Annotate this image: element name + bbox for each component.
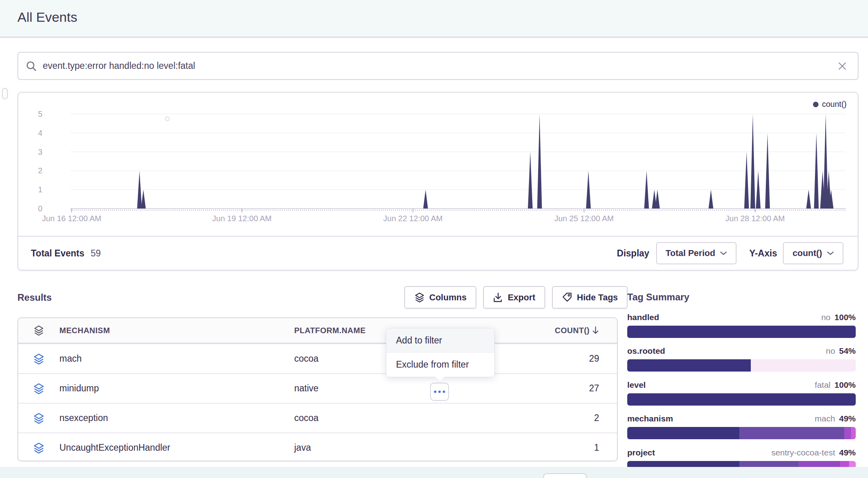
cell-platform[interactable]: cocoa xyxy=(294,353,318,364)
stacked-layers-icon xyxy=(18,383,59,395)
svg-text:5: 5 xyxy=(38,110,42,118)
cell-mechanism[interactable]: nsexception xyxy=(59,413,294,423)
tag-bar-segment xyxy=(627,359,751,372)
tag-entry-os-rooted: os.rooted no54% xyxy=(627,346,856,372)
yaxis-label: Y-Axis xyxy=(749,248,777,259)
svg-text:4: 4 xyxy=(38,129,42,137)
cell-actions-popover: Add to filter Exclude from filter xyxy=(386,328,495,377)
stacked-layers-icon xyxy=(18,353,59,365)
column-header-platform[interactable]: PLATFORM.NAME xyxy=(294,326,366,335)
cell-platform[interactable]: java xyxy=(294,442,311,453)
tag-label: mechanism xyxy=(627,414,673,423)
cell-count: 1 xyxy=(594,442,599,453)
tag-top-value: no xyxy=(826,346,835,355)
columns-button[interactable]: Columns xyxy=(404,286,476,309)
tag-top-pct: 100% xyxy=(834,313,856,322)
svg-text:1: 1 xyxy=(38,185,42,194)
tag-bar-segment xyxy=(844,427,851,439)
tag-top-pct: 54% xyxy=(839,346,856,355)
chart-axis-labels: 012345Jun 16 12:00 AMJun 19 12:00 AMJun … xyxy=(38,110,785,223)
chart-spike xyxy=(423,190,428,209)
tag-distribution-bar[interactable] xyxy=(627,427,856,439)
legend-series-label: count() xyxy=(822,100,847,109)
svg-text:2: 2 xyxy=(38,166,42,175)
column-header-count[interactable]: COUNT() xyxy=(555,326,590,335)
chart-spike xyxy=(744,152,749,209)
tag-label: level xyxy=(627,380,646,390)
yaxis-dropdown[interactable]: count() xyxy=(783,242,843,264)
tag-top-value: mach xyxy=(815,414,835,423)
search-icon xyxy=(25,60,37,72)
ellipsis-icon xyxy=(443,391,445,393)
export-button[interactable]: Export xyxy=(483,286,545,309)
tag-distribution-bar[interactable] xyxy=(627,359,856,372)
svg-text:Jun 16 12:00 AM: Jun 16 12:00 AM xyxy=(42,214,101,223)
cell-mechanism[interactable]: UncaughtExceptionHandler xyxy=(59,442,294,453)
tag-label: project xyxy=(627,448,655,457)
chart-axes xyxy=(70,209,846,212)
cell-mechanism[interactable]: minidump xyxy=(59,383,294,394)
tag-bar-segment xyxy=(627,393,856,406)
tag-top-pct: 49% xyxy=(839,414,856,423)
display-dropdown[interactable]: Total Period xyxy=(656,242,737,264)
search-input[interactable] xyxy=(43,61,837,71)
svg-text:Jun 25 12:00 AM: Jun 25 12:00 AM xyxy=(554,214,614,223)
display-dropdown-value: Total Period xyxy=(666,248,716,258)
results-table: MECHANISM PLATFORM.NAME COUNT() mach xyxy=(17,317,618,461)
tag-entry-level: level fatal100% xyxy=(627,380,856,406)
faint-data-marker xyxy=(166,117,169,121)
download-icon xyxy=(493,292,503,303)
svg-text:0: 0 xyxy=(38,204,42,213)
ellipsis-icon xyxy=(438,391,441,393)
header-stacked-layers-icon xyxy=(18,325,59,336)
total-events-label: Total Events xyxy=(31,248,84,259)
hide-tags-button-label: Hide Tags xyxy=(577,292,618,303)
events-chart[interactable]: 012345Jun 16 12:00 AMJun 19 12:00 AMJun … xyxy=(18,93,858,236)
total-events-value: 59 xyxy=(91,248,101,259)
stacked-layers-icon xyxy=(18,442,59,454)
tag-bar-segment xyxy=(627,326,856,338)
tag-entry-mechanism: mechanism mach49% xyxy=(627,414,856,439)
tag-bar-segment xyxy=(751,359,856,372)
page-header: All Events xyxy=(0,0,868,38)
chart-spike xyxy=(750,114,755,209)
table-row: nsexception cocoa 2 xyxy=(18,403,617,432)
events-chart-card: count() 012345Jun 16 12:00 AMJun 19 12:0… xyxy=(17,92,858,271)
cell-count: 2 xyxy=(594,413,599,423)
sidebar-drag-handle[interactable] xyxy=(2,88,8,99)
cell-count: 29 xyxy=(589,353,599,364)
results-heading: Results xyxy=(17,292,52,303)
ellipsis-icon xyxy=(434,391,436,393)
table-row: UncaughtExceptionHandler java 1 xyxy=(18,432,617,461)
tag-summary-panel: Tag Summary handled no100% os.rooted no5… xyxy=(627,292,856,478)
pagination-buttons-cutoff[interactable] xyxy=(543,473,587,478)
tag-top-pct: 100% xyxy=(834,380,856,389)
hide-tags-button[interactable]: Hide Tags xyxy=(552,286,628,309)
page-title: All Events xyxy=(17,9,77,25)
tag-distribution-bar[interactable] xyxy=(627,393,856,406)
chart-spike xyxy=(806,190,811,209)
tag-label: handled xyxy=(627,313,659,322)
table-header-row: MECHANISM PLATFORM.NAME COUNT() xyxy=(18,318,617,343)
cell-count: 27 xyxy=(589,383,599,394)
tag-entry-handled: handled no100% xyxy=(627,313,856,338)
column-header-mechanism[interactable]: MECHANISM xyxy=(59,326,294,335)
all-events-page: All Events count() 012345Jun 16 12:00 AM… xyxy=(0,0,868,478)
cell-mechanism[interactable]: mach xyxy=(59,353,294,364)
search-bar[interactable] xyxy=(17,52,858,80)
cell-platform[interactable]: cocoa xyxy=(294,413,318,423)
svg-text:Jun 28 12:00 AM: Jun 28 12:00 AM xyxy=(725,214,785,223)
tag-icon xyxy=(562,292,573,303)
chart-legend[interactable]: count() xyxy=(813,100,847,109)
chart-spike xyxy=(141,190,146,209)
cell-actions-button[interactable] xyxy=(430,383,449,401)
columns-button-label: Columns xyxy=(429,292,466,303)
tag-distribution-bar[interactable] xyxy=(627,326,856,338)
clear-search-icon[interactable] xyxy=(837,61,847,71)
stacked-layers-icon xyxy=(414,292,425,303)
footer-band xyxy=(0,467,868,478)
legend-series-dot xyxy=(813,102,819,107)
tag-top-pct: 49% xyxy=(839,448,856,457)
cell-platform[interactable]: native xyxy=(294,383,318,394)
menu-item-add-to-filter[interactable]: Add to filter xyxy=(386,328,494,353)
